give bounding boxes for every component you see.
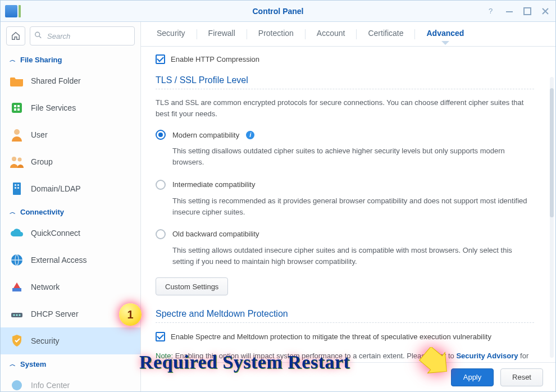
sidebar-item-security[interactable]: Security	[1, 327, 140, 354]
sidebar-item-label: File Services	[31, 103, 76, 112]
window-title: Control Panel	[1, 7, 555, 16]
spectre-meltdown-label: Enable Spectre and Meltdown protection t…	[171, 332, 491, 341]
tab-certificate[interactable]: Certificate	[357, 22, 414, 46]
tab-security[interactable]: Security	[145, 22, 197, 46]
old-compat-label: Old backward compatibility	[172, 230, 259, 238]
search-input[interactable]	[30, 26, 135, 45]
user-icon	[10, 127, 24, 142]
info-center-icon	[10, 378, 24, 391]
chevron-up-icon: ︿	[10, 360, 16, 368]
content-area: Security Firewall Protection Account Cer…	[141, 22, 555, 391]
svg-rect-13	[13, 183, 21, 195]
sidebar-item-file-services[interactable]: File Services	[1, 94, 140, 121]
sidebar-item-label: Network	[31, 282, 60, 291]
sidebar-item-label: External Access	[31, 256, 87, 265]
maximize-icon[interactable]	[523, 7, 532, 16]
panel-scrollbar[interactable]	[550, 77, 554, 358]
globe-icon	[10, 253, 24, 267]
sidebar-section-connectivity[interactable]: ︿Connectivity	[1, 202, 140, 220]
sidebar-item-user[interactable]: User	[1, 121, 140, 148]
tls-description: TLS and SSL are common encrypted protoco…	[156, 97, 534, 120]
svg-rect-17	[17, 187, 19, 189]
domain-icon	[10, 181, 24, 196]
svg-point-22	[13, 314, 15, 316]
home-button[interactable]	[6, 26, 25, 45]
sidebar-section-file-sharing[interactable]: ︿File Sharing	[1, 50, 140, 67]
http-compression-checkbox[interactable]	[156, 54, 165, 64]
sidebar-item-domain-ldap[interactable]: Domain/LDAP	[1, 175, 140, 202]
svg-rect-14	[15, 184, 16, 186]
spectre-section-title: Spectre and Meltdown Protection	[156, 306, 534, 323]
svg-point-10	[14, 129, 20, 135]
svg-text:?: ?	[489, 7, 493, 15]
svg-rect-7	[17, 105, 20, 107]
shield-icon	[10, 334, 24, 348]
svg-rect-15	[17, 184, 19, 186]
custom-settings-button[interactable]: Custom Settings	[156, 277, 228, 295]
sidebar-item-label: QuickConnect	[31, 229, 80, 238]
old-compat-desc: This setting allows outdated insecure ci…	[156, 241, 534, 276]
security-advisory-link[interactable]: Security Advisory	[456, 352, 518, 360]
old-compat-radio[interactable]	[156, 229, 166, 239]
sidebar-item-quickconnect[interactable]: QuickConnect	[1, 220, 140, 247]
sidebar-item-label: Info Center	[31, 381, 70, 390]
tab-account[interactable]: Account	[306, 22, 357, 46]
sidebar-item-shared-folder[interactable]: Shared Folder	[1, 67, 140, 94]
sidebar-item-label: User	[31, 130, 48, 139]
reset-button[interactable]: Reset	[500, 368, 543, 386]
sidebar-item-label: Group	[31, 157, 53, 166]
sidebar-item-label: Domain/LDAP	[31, 184, 81, 193]
section-label: Connectivity	[20, 208, 64, 216]
sidebar-section-system[interactable]: ︿System	[1, 354, 140, 372]
svg-marker-20	[13, 282, 20, 288]
sidebar-item-info-center[interactable]: Info Center	[1, 372, 140, 391]
svg-rect-1	[506, 11, 513, 12]
scrollbar-thumb[interactable]	[550, 88, 554, 217]
spectre-meltdown-checkbox[interactable]	[156, 332, 165, 341]
file-services-icon	[10, 101, 24, 115]
sidebar-item-network[interactable]: Network	[1, 274, 140, 300]
network-icon	[10, 280, 24, 294]
svg-rect-2	[524, 8, 531, 15]
section-label: File Sharing	[20, 56, 62, 64]
intermediate-compat-label: Intermediate compatibility	[172, 180, 255, 189]
tab-protection[interactable]: Protection	[247, 22, 305, 46]
svg-line-4	[39, 36, 41, 38]
sidebar: ︿File Sharing Shared Folder File Service…	[1, 22, 141, 391]
sidebar-item-group[interactable]: Group	[1, 148, 140, 175]
svg-point-12	[18, 158, 22, 162]
search-icon	[34, 31, 42, 41]
svg-rect-9	[17, 108, 20, 111]
sidebar-item-label: Shared Folder	[31, 76, 81, 85]
svg-point-25	[12, 380, 22, 390]
apply-button[interactable]: Apply	[451, 368, 494, 386]
info-icon[interactable]: i	[246, 131, 254, 139]
svg-point-24	[19, 314, 21, 316]
modern-compat-label: Modern compatibility	[172, 131, 239, 139]
help-icon[interactable]: ?	[487, 7, 496, 16]
sidebar-item-external-access[interactable]: External Access	[1, 247, 140, 274]
chevron-up-icon: ︿	[10, 56, 16, 64]
minimize-icon[interactable]	[505, 7, 514, 16]
titlebar: Control Panel ?	[1, 1, 555, 22]
svg-rect-5	[12, 103, 22, 113]
sidebar-item-label: DHCP Server	[31, 309, 79, 318]
cloud-icon	[10, 226, 24, 240]
intermediate-compat-radio[interactable]	[156, 180, 166, 190]
annotation-marker-1: 1	[119, 303, 142, 326]
svg-marker-26	[417, 347, 449, 381]
group-icon	[10, 154, 24, 169]
svg-point-23	[16, 314, 18, 316]
svg-rect-19	[12, 288, 21, 291]
control-panel-window: Control Panel ? ︿File Sharing	[0, 0, 556, 392]
http-compression-label: Enable HTTP Compression	[171, 55, 259, 63]
modern-compat-radio[interactable]	[156, 130, 166, 140]
chevron-up-icon: ︿	[10, 208, 16, 216]
close-icon[interactable]	[541, 7, 550, 16]
settings-panel: Enable HTTP Compression TLS / SSL Profil…	[141, 47, 549, 360]
tab-firewall[interactable]: Firewall	[197, 22, 247, 46]
dhcp-icon	[10, 307, 24, 321]
intermediate-compat-desc: This setting is recommended as it provid…	[156, 192, 534, 227]
svg-rect-8	[14, 108, 16, 111]
tab-advanced[interactable]: Advanced	[415, 22, 475, 46]
